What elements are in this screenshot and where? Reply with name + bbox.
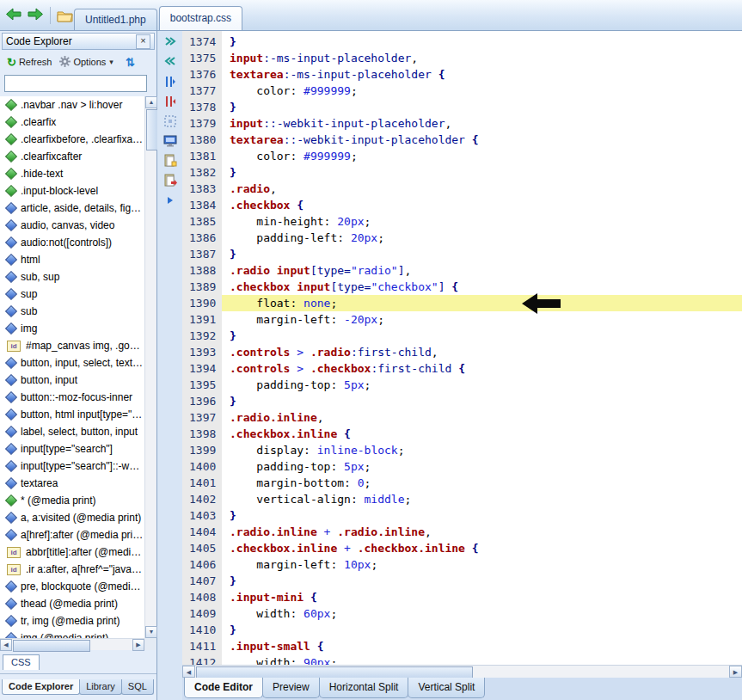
- code-line[interactable]: 1410}: [182, 622, 742, 638]
- code-line[interactable]: 1376textarea:-ms-input-placeholder {: [182, 66, 742, 83]
- tab-css[interactable]: CSS: [3, 654, 40, 670]
- code-line[interactable]: 1404.radio.inline + .radio.inline,: [182, 524, 742, 540]
- code-line[interactable]: 1391 margin-left: -20px;: [182, 311, 742, 328]
- tree-item[interactable]: idabbr[title]:after (@media print): [0, 543, 144, 561]
- tree-item[interactable]: id.ir a:after, a[href^="javascript"]: [0, 561, 144, 578]
- tree-item[interactable]: a[href]:after (@media print): [0, 526, 144, 543]
- tree-item[interactable]: id#map_canvas img, .google-maps img: [0, 337, 144, 354]
- preview-monitor-icon[interactable]: [161, 132, 180, 150]
- tree-item[interactable]: img (@media print): [0, 629, 144, 638]
- tree-item[interactable]: thead (@media print): [0, 595, 144, 612]
- explorer-tab-library[interactable]: Library: [79, 679, 122, 695]
- code-line[interactable]: 1406 margin-left: 10px;: [182, 556, 742, 573]
- code-line[interactable]: 1379input::-webkit-input-placeholder,: [182, 115, 742, 132]
- select-block-icon[interactable]: [161, 113, 180, 130]
- code-editor[interactable]: 1374}1375input:-ms-input-placeholder,137…: [182, 31, 742, 665]
- collapse-all-icon[interactable]: [161, 73, 180, 90]
- editor-tab-preview[interactable]: Preview: [262, 678, 320, 698]
- editor-tab-code-editor[interactable]: Code Editor: [184, 678, 263, 698]
- tree-item[interactable]: a, a:visited (@media print): [0, 509, 144, 526]
- scrollbar-thumb[interactable]: [146, 109, 158, 150]
- tree-item[interactable]: img: [0, 320, 144, 337]
- code-line[interactable]: 1374}: [182, 34, 742, 50]
- tree-item[interactable]: .clearfixbefore, .clearfixafter: [0, 131, 144, 148]
- tree-item[interactable]: .clearfixcafter: [0, 148, 144, 165]
- code-line[interactable]: 1405.checkbox.inline + .checkbox.inline …: [182, 540, 742, 556]
- code-line[interactable]: 1380textarea::-webkit-input-placeholder …: [182, 132, 742, 148]
- tree-item[interactable]: html: [0, 251, 144, 268]
- code-line[interactable]: 1389.checkbox input[type="checkbox"] {: [182, 279, 742, 295]
- tree-item[interactable]: input[type="search"]::-webkit-search: [0, 457, 144, 475]
- tree-vertical-scrollbar[interactable]: ▲ ▼: [144, 96, 156, 638]
- scroll-down-icon[interactable]: ▼: [145, 626, 157, 638]
- code-line[interactable]: 1385 min-height: 20px;: [182, 213, 742, 230]
- tree-item[interactable]: textarea: [0, 475, 144, 492]
- sort-icon[interactable]: ⇅: [126, 56, 135, 69]
- code-line[interactable]: 1401 margin-bottom: 0;: [182, 475, 742, 491]
- editor-tab-horizontal-split[interactable]: Horizontal Split: [319, 678, 409, 698]
- tree-item[interactable]: sub, sup: [0, 268, 144, 286]
- code-line[interactable]: 1387}: [182, 246, 742, 262]
- back-icon[interactable]: [5, 8, 21, 23]
- sort-descending-icon[interactable]: [161, 53, 180, 71]
- code-line[interactable]: 1386 padding-left: 20px;: [182, 230, 742, 246]
- code-line[interactable]: 1395 padding-top: 5px;: [182, 377, 742, 393]
- code-line[interactable]: 1384.checkbox {: [182, 197, 742, 213]
- tree-item[interactable]: input[type="search"]: [0, 440, 144, 457]
- paste-icon[interactable]: [161, 172, 180, 189]
- tree-item[interactable]: article, aside, details, figcaption: [0, 200, 144, 217]
- code-line[interactable]: 1382}: [182, 164, 742, 181]
- code-line[interactable]: 1377 color: #999999;: [182, 83, 742, 99]
- tree-item[interactable]: sup: [0, 286, 144, 303]
- explorer-tab-code-explorer[interactable]: Code Explorer: [2, 679, 80, 695]
- code-line[interactable]: 1393.controls > .radio:first-child,: [182, 344, 742, 360]
- editor-tab-vertical-split[interactable]: Vertical Split: [408, 678, 485, 698]
- tree-item[interactable]: button, input: [0, 371, 144, 389]
- tree-item[interactable]: button, input, select, textarea: [0, 354, 144, 371]
- tree-item[interactable]: audio:not([controls]): [0, 234, 144, 251]
- tree-item[interactable]: tr, img (@media print): [0, 612, 144, 629]
- tree-item[interactable]: * (@media print): [0, 492, 144, 509]
- more-tools-icon[interactable]: [161, 192, 180, 209]
- window-tab[interactable]: Untitled1.php: [74, 9, 157, 30]
- scroll-left-icon[interactable]: ◀: [0, 639, 12, 651]
- code-line[interactable]: 1392}: [182, 328, 742, 344]
- code-line[interactable]: 1409 width: 60px;: [182, 605, 742, 622]
- code-line[interactable]: 1398.checkbox.inline {: [182, 426, 742, 442]
- tree-item[interactable]: button, html input[type="button"]: [0, 406, 144, 423]
- code-line[interactable]: 1399 display: inline-block;: [182, 442, 742, 458]
- scroll-up-icon[interactable]: ▲: [145, 96, 157, 108]
- scroll-right-icon[interactable]: ▶: [132, 639, 144, 651]
- forward-icon[interactable]: [28, 8, 44, 23]
- tree-item[interactable]: button::-moz-focus-inner: [0, 389, 144, 406]
- tree-item[interactable]: label, select, button, input: [0, 423, 144, 440]
- close-icon[interactable]: ×: [136, 34, 150, 49]
- code-line[interactable]: 1381 color: #999999;: [182, 148, 742, 164]
- code-line[interactable]: 1394.controls > .checkbox:first-child {: [182, 360, 742, 377]
- refresh-button[interactable]: ↻ Refresh: [4, 55, 54, 70]
- code-line[interactable]: 1412 width: 90px;: [182, 654, 742, 665]
- copy-icon[interactable]: [161, 152, 180, 169]
- code-line[interactable]: 1390 float: none;: [182, 295, 742, 311]
- code-line[interactable]: 1400 padding-top: 5px;: [182, 458, 742, 475]
- code-line[interactable]: 1408.input-mini {: [182, 589, 742, 605]
- tree-item[interactable]: audio, canvas, video: [0, 217, 144, 234]
- tree-item[interactable]: .hide-text: [0, 165, 144, 182]
- code-line[interactable]: 1378}: [182, 99, 742, 115]
- code-line[interactable]: 1375input:-ms-input-placeholder,: [182, 50, 742, 66]
- scrollbar-thumb[interactable]: [196, 666, 473, 679]
- explorer-tab-sql[interactable]: SQL: [121, 679, 154, 695]
- code-line[interactable]: 1397.radio.inline,: [182, 409, 742, 426]
- tree-item[interactable]: .input-block-level: [0, 182, 144, 200]
- editor-horizontal-scrollbar[interactable]: ◀ ▶: [182, 665, 742, 678]
- code-line[interactable]: 1407}: [182, 573, 742, 589]
- code-line[interactable]: 1383.radio,: [182, 181, 742, 197]
- code-line[interactable]: 1388.radio input[type="radio"],: [182, 262, 742, 279]
- tree-horizontal-scrollbar[interactable]: ◀ ▶: [0, 638, 144, 650]
- scroll-right-icon[interactable]: ▶: [729, 666, 742, 678]
- scrollbar-thumb[interactable]: [13, 640, 90, 652]
- scroll-left-icon[interactable]: ◀: [182, 666, 195, 678]
- tree-item[interactable]: .navbar .nav > li:hover: [0, 96, 144, 114]
- window-tab[interactable]: bootstrap.css: [159, 6, 242, 30]
- explorer-search-input[interactable]: [4, 75, 147, 92]
